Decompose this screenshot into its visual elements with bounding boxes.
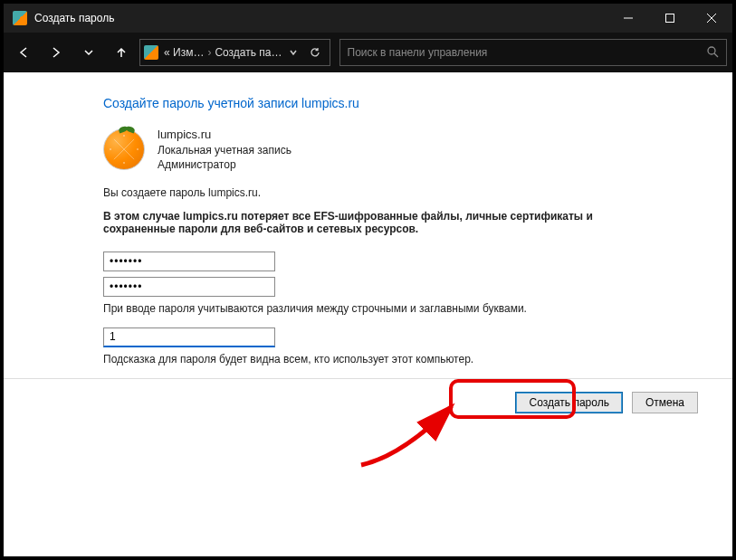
search-placeholder: Поиск в панели управления <box>348 46 707 59</box>
create-password-button[interactable]: Создать пароль <box>515 392 622 413</box>
close-button[interactable] <box>691 4 732 33</box>
address-dropdown[interactable] <box>282 48 304 57</box>
app-icon <box>13 11 27 25</box>
user-account-type: Локальная учетная запись <box>158 143 292 157</box>
hint-visibility-note: Подсказка для пароля будет видна всем, к… <box>103 353 716 365</box>
search-box[interactable]: Поиск в панели управления <box>339 39 728 66</box>
window-frame: Создать пароль « Изм… › Создать па… <box>0 0 736 560</box>
nav-up-button[interactable] <box>107 38 136 67</box>
user-info: lumpics.ru Локальная учетная запись Адми… <box>158 127 292 172</box>
nav-recent-dropdown[interactable] <box>74 38 103 67</box>
nav-back-button[interactable] <box>9 38 38 67</box>
user-name: lumpics.ru <box>158 127 292 143</box>
svg-point-4 <box>708 47 715 54</box>
search-icon[interactable] <box>706 45 719 61</box>
user-summary: lumpics.ru Локальная учетная запись Адми… <box>103 127 716 172</box>
navbar: « Изм… › Создать па… Поиск в панели упра… <box>4 33 732 72</box>
window-title: Создать пароль <box>34 12 607 24</box>
user-avatar <box>103 128 145 170</box>
page-heading: Создайте пароль учетной записи lumpics.r… <box>103 96 716 110</box>
control-panel-icon <box>144 45 158 60</box>
creating-note: Вы создаете пароль lumpics.ru. <box>103 186 716 199</box>
chevron-right-icon: › <box>207 46 211 59</box>
password-confirm-input[interactable] <box>103 277 275 297</box>
maximize-button[interactable] <box>649 4 691 33</box>
breadcrumb-seg-2[interactable]: Создать па… <box>215 46 282 59</box>
button-row: Создать пароль Отмена <box>103 379 716 413</box>
nav-forward-button[interactable] <box>42 38 71 67</box>
user-role: Администратор <box>158 157 292 172</box>
efs-warning: В этом случае lumpics.ru потеряет все EF… <box>103 210 610 235</box>
titlebar: Создать пароль <box>4 4 732 33</box>
content-area: Создайте пароль учетной записи lumpics.r… <box>4 72 732 430</box>
password-input[interactable] <box>103 252 275 271</box>
refresh-button[interactable] <box>304 47 326 58</box>
address-bar[interactable]: « Изм… › Создать па… <box>139 39 330 66</box>
minimize-button[interactable] <box>607 4 649 33</box>
breadcrumb-seg-1[interactable]: « Изм… <box>164 46 204 59</box>
cancel-button[interactable]: Отмена <box>632 392 698 413</box>
svg-line-5 <box>714 53 718 57</box>
svg-rect-1 <box>666 14 674 23</box>
case-sensitivity-note: При вводе пароля учитываются различия ме… <box>103 302 716 315</box>
password-hint-input[interactable] <box>103 327 275 347</box>
